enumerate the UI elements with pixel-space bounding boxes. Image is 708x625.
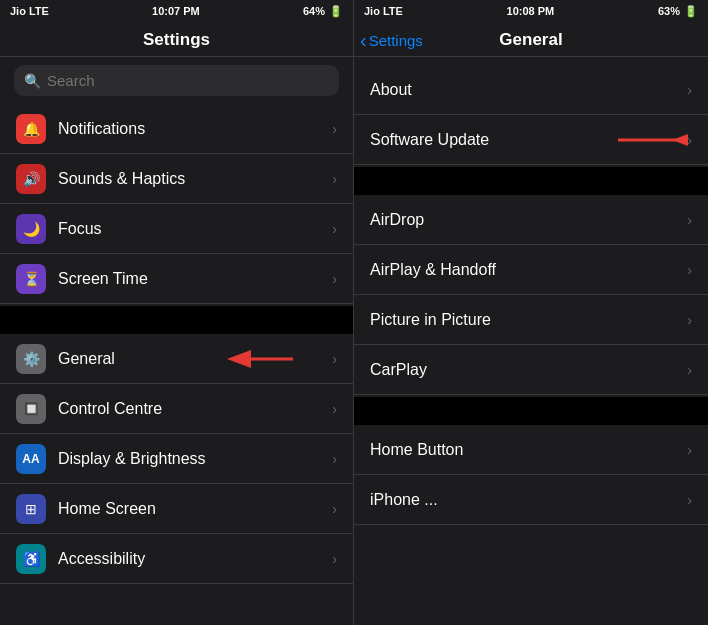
right-status-right: 63% 🔋 xyxy=(658,5,698,18)
search-icon: 🔍 xyxy=(24,73,41,89)
airplay-label: AirPlay & Handoff xyxy=(370,261,675,279)
right-item-carplay[interactable]: CarPlay › xyxy=(354,345,708,395)
controlcentre-icon: 🔲 xyxy=(16,394,46,424)
back-chevron-icon: ‹ xyxy=(360,30,367,50)
right-divider-1 xyxy=(354,167,708,195)
accessibility-chevron: › xyxy=(332,551,337,567)
right-group-1: About › Software Update › xyxy=(354,65,708,165)
about-chevron: › xyxy=(687,82,692,98)
homebutton-chevron: › xyxy=(687,442,692,458)
right-status-left: Jio LTE xyxy=(364,5,403,17)
battery-icon: 🔋 xyxy=(329,5,343,18)
focus-label: Focus xyxy=(58,220,320,238)
left-title: Settings xyxy=(143,30,210,50)
carplay-chevron: › xyxy=(687,362,692,378)
left-item-focus[interactable]: 🌙 Focus › xyxy=(0,204,353,254)
screentime-chevron: › xyxy=(332,271,337,287)
sounds-icon: 🔊 xyxy=(16,164,46,194)
homescreen-label: Home Screen xyxy=(58,500,320,518)
right-divider-2 xyxy=(354,397,708,425)
right-panel: Jio LTE 10:08 PM 63% 🔋 ‹ Settings Genera… xyxy=(354,0,708,625)
iphone-chevron: › xyxy=(687,492,692,508)
accessibility-label: Accessibility xyxy=(58,550,320,568)
display-label: Display & Brightness xyxy=(58,450,320,468)
left-item-notifications[interactable]: 🔔 Notifications › xyxy=(0,104,353,154)
left-divider-1 xyxy=(0,306,353,334)
right-carrier: Jio LTE xyxy=(364,5,403,17)
notifications-label: Notifications xyxy=(58,120,320,138)
carplay-label: CarPlay xyxy=(370,361,675,379)
left-group-1: 🔔 Notifications › 🔊 Sounds & Haptics › 🌙… xyxy=(0,104,353,304)
right-battery: 63% xyxy=(658,5,680,17)
back-button[interactable]: ‹ Settings xyxy=(360,30,423,50)
controlcentre-label: Control Centre xyxy=(58,400,320,418)
focus-chevron: › xyxy=(332,221,337,237)
airdrop-chevron: › xyxy=(687,212,692,228)
notifications-chevron: › xyxy=(332,121,337,137)
left-item-accessibility[interactable]: ♿ Accessibility › xyxy=(0,534,353,584)
left-item-general[interactable]: ⚙️ General › xyxy=(0,334,353,384)
softwareupdate-chevron: › xyxy=(687,132,692,148)
back-label: Settings xyxy=(369,32,423,49)
accessibility-icon: ♿ xyxy=(16,544,46,574)
right-battery-icon: 🔋 xyxy=(684,5,698,18)
general-label: General xyxy=(58,350,320,368)
right-status-time: 10:08 PM xyxy=(507,5,555,17)
left-status-time: 10:07 PM xyxy=(152,5,200,17)
airplay-chevron: › xyxy=(687,262,692,278)
left-item-controlcentre[interactable]: 🔲 Control Centre › xyxy=(0,384,353,434)
controlcentre-chevron: › xyxy=(332,401,337,417)
screentime-label: Screen Time xyxy=(58,270,320,288)
right-list: About › Software Update › xyxy=(354,57,708,625)
sounds-chevron: › xyxy=(332,171,337,187)
airdrop-label: AirDrop xyxy=(370,211,675,229)
left-status-left: Jio LTE xyxy=(10,5,49,17)
left-item-screentime[interactable]: ⏳ Screen Time › xyxy=(0,254,353,304)
display-chevron: › xyxy=(332,451,337,467)
right-title: General xyxy=(499,30,562,50)
homescreen-chevron: › xyxy=(332,501,337,517)
right-group-3: Home Button › iPhone ... › xyxy=(354,425,708,525)
right-item-airdrop[interactable]: AirDrop › xyxy=(354,195,708,245)
left-status-bar: Jio LTE 10:07 PM 64% 🔋 xyxy=(0,0,353,22)
left-battery: 64% xyxy=(303,5,325,17)
homescreen-icon: ⊞ xyxy=(16,494,46,524)
general-chevron: › xyxy=(332,351,337,367)
notifications-icon: 🔔 xyxy=(16,114,46,144)
iphone-label: iPhone ... xyxy=(370,491,675,509)
left-status-right: 64% 🔋 xyxy=(303,5,343,18)
right-item-about[interactable]: About › xyxy=(354,65,708,115)
right-nav-bar: ‹ Settings General xyxy=(354,22,708,57)
left-item-display[interactable]: AA Display & Brightness › xyxy=(0,434,353,484)
left-panel: Jio LTE 10:07 PM 64% 🔋 Settings 🔍 🔔 Noti… xyxy=(0,0,354,625)
left-item-sounds[interactable]: 🔊 Sounds & Haptics › xyxy=(0,154,353,204)
right-item-softwareupdate[interactable]: Software Update › xyxy=(354,115,708,165)
sounds-label: Sounds & Haptics xyxy=(58,170,320,188)
about-label: About xyxy=(370,81,675,99)
screentime-icon: ⏳ xyxy=(16,264,46,294)
search-bar[interactable]: 🔍 xyxy=(14,65,339,96)
right-item-airplay[interactable]: AirPlay & Handoff › xyxy=(354,245,708,295)
right-status-bar: Jio LTE 10:08 PM 63% 🔋 xyxy=(354,0,708,22)
softwareupdate-label: Software Update xyxy=(370,131,675,149)
left-list: 🔔 Notifications › 🔊 Sounds & Haptics › 🌙… xyxy=(0,104,353,625)
search-input[interactable] xyxy=(47,72,329,89)
right-item-iphone[interactable]: iPhone ... › xyxy=(354,475,708,525)
left-nav-bar: Settings xyxy=(0,22,353,57)
right-item-pip[interactable]: Picture in Picture › xyxy=(354,295,708,345)
left-item-homescreen[interactable]: ⊞ Home Screen › xyxy=(0,484,353,534)
homebutton-label: Home Button xyxy=(370,441,675,459)
general-icon: ⚙️ xyxy=(16,344,46,374)
right-group-2: AirDrop › AirPlay & Handoff › Picture in… xyxy=(354,195,708,395)
focus-icon: 🌙 xyxy=(16,214,46,244)
display-icon: AA xyxy=(16,444,46,474)
right-item-homebutton[interactable]: Home Button › xyxy=(354,425,708,475)
pip-label: Picture in Picture xyxy=(370,311,675,329)
left-group-2: ⚙️ General › 🔲 Control xyxy=(0,334,353,584)
pip-chevron: › xyxy=(687,312,692,328)
left-carrier: Jio LTE xyxy=(10,5,49,17)
